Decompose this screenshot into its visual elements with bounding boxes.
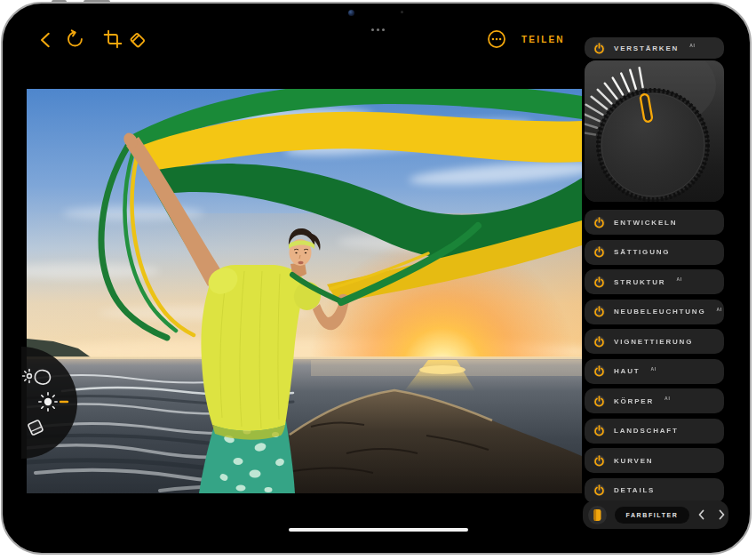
power-icon[interactable] [593, 43, 605, 54]
share-button[interactable]: TEILEN [521, 35, 565, 44]
sidebar-item-entwickeln[interactable]: ENTWICKELN [585, 210, 724, 235]
power-icon[interactable] [593, 425, 605, 436]
ai-badge: AI [664, 396, 671, 401]
home-indicator[interactable] [289, 528, 468, 532]
more-options-button[interactable] [487, 29, 506, 49]
eraser-icon [128, 30, 147, 50]
filter-card-icon [593, 508, 602, 522]
power-icon[interactable] [593, 276, 605, 288]
filter-bar: FARBFILTER [583, 500, 728, 529]
ai-badge: AI [716, 307, 722, 312]
power-icon[interactable] [593, 336, 605, 348]
dial-knob[interactable] [597, 89, 709, 201]
power-icon[interactable] [593, 455, 605, 467]
crop-icon [103, 29, 123, 49]
ipad-device-frame: TEILEN [1, 2, 752, 555]
ellipsis-circle-icon [487, 29, 506, 49]
front-camera [348, 10, 354, 16]
filter-category-button[interactable]: FARBFILTER [615, 507, 689, 524]
chevron-left-icon [36, 30, 56, 50]
prev-filter-button[interactable] [695, 508, 709, 522]
brightness-icon[interactable] [39, 393, 57, 411]
adjustments-sidebar: VERSTÄRKENAI [585, 37, 724, 508]
ai-badge: AI [689, 43, 696, 48]
sidebar-item-landschaft[interactable]: LANDSCHAFT [585, 419, 724, 444]
undo-button[interactable] [65, 29, 84, 49]
boost-label: VERSTÄRKEN [614, 44, 679, 52]
power-icon[interactable] [593, 365, 605, 377]
back-button[interactable] [36, 30, 56, 50]
chevron-right-icon [714, 508, 728, 522]
sidebar-item-struktur[interactable]: STRUKTURAI [585, 269, 724, 294]
repair-button[interactable] [128, 30, 147, 50]
photo-canvas[interactable] [27, 89, 582, 493]
power-icon[interactable] [593, 396, 605, 407]
sidebar-item-neubeleuchtung[interactable]: NEUBELEUCHTUNGAI [585, 300, 724, 324]
sidebar-item-kurven[interactable]: KURVEN [585, 448, 724, 473]
ai-badge: AI [676, 276, 682, 282]
sidebar-item-haut[interactable]: HAUTAI [585, 359, 724, 384]
sidebar-item-vignettierung[interactable]: VIGNETTIERUNG [585, 329, 724, 354]
filters-toggle-button[interactable] [588, 506, 607, 524]
boost-dial[interactable] [585, 60, 724, 202]
undo-arrow-icon [65, 29, 84, 49]
boost-header[interactable]: VERSTÄRKENAI [585, 37, 724, 59]
camera-sensor-dot [401, 11, 403, 13]
power-icon[interactable] [593, 306, 605, 317]
chevron-left-icon [695, 508, 709, 522]
canvas-tool-wheel [9, 342, 84, 467]
sidebar-item-saettigung[interactable]: SÄTTIGUNG [585, 240, 724, 265]
power-icon[interactable] [593, 246, 605, 258]
multitask-indicator-icon[interactable] [371, 28, 385, 31]
power-icon[interactable] [593, 484, 605, 496]
sidebar-item-koerper[interactable]: KÖRPERAI [585, 388, 724, 413]
ai-badge: AI [650, 366, 657, 372]
screenshot-stage: TEILEN [0, 0, 756, 560]
crop-button[interactable] [103, 29, 123, 49]
power-icon[interactable] [593, 217, 605, 228]
sidebar-item-details[interactable]: DETAILS [585, 478, 724, 503]
next-filter-button[interactable] [714, 508, 728, 522]
